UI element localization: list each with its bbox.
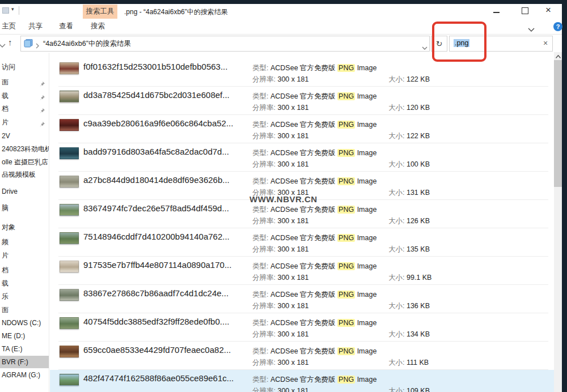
sidebar-item[interactable]: 档 [0, 264, 49, 276]
sidebar-item[interactable]: olle 盗摄巨乳店 [0, 156, 49, 168]
file-name[interactable]: 659cc0ae8533e4429fd707feaec0a82... [83, 345, 231, 355]
file-resolution: 分辨率: 300 x 181 [252, 245, 308, 254]
sidebar-item[interactable]: 片 [0, 249, 49, 262]
sidebar-item[interactable]: NDOWS (C:) [0, 317, 49, 329]
file-name[interactable]: dd3a785425d41d675bc2d031e608ef... [83, 90, 230, 100]
file-type: 类型: ACDSee 官方免费版 PNG Image [252, 120, 376, 130]
desktop-background-top [0, 0, 567, 4]
file-row[interactable]: 917535e7b7ffb44e807114a0890a170... 类型: A… [50, 257, 554, 285]
file-thumbnail[interactable] [60, 91, 79, 103]
pin-icon [39, 92, 45, 102]
sidebar-item[interactable]: 档 [0, 103, 49, 115]
pane-divider [49, 53, 49, 392]
file-thumbnail[interactable] [60, 176, 79, 188]
help-icon[interactable]: ? [553, 22, 562, 31]
sidebar-item[interactable]: 片 [0, 116, 49, 129]
clear-search-icon[interactable]: × [543, 39, 548, 48]
file-row[interactable]: f0f01632f15d253001b510defbb0563... 类型: A… [50, 58, 554, 87]
sidebar-item[interactable]: 面 [0, 76, 49, 88]
navigation-pane: 访问 面 载 档 片 2V 240823科劲电机 olle 盗摄 [0, 53, 49, 392]
file-thumbnail[interactable] [60, 62, 79, 74]
file-name[interactable]: 75148946cddf7d410200b94140a762... [83, 232, 230, 241]
pin-icon [39, 119, 45, 129]
file-name[interactable]: 482f47474f162588f86ae055ce89e61c... [83, 373, 234, 383]
file-name[interactable]: 40754f5ddc3885edf32f9ff28ede0fb0.... [83, 317, 229, 326]
collapse-ribbon-icon[interactable] [528, 24, 535, 34]
tab-home[interactable]: 主页 [2, 19, 16, 34]
file-thumbnail[interactable] [60, 147, 79, 159]
file-name[interactable]: 917535e7b7ffb44e807114a0890a170... [83, 260, 231, 270]
file-row[interactable]: 75148946cddf7d410200b94140a762... 类型: AC… [50, 228, 554, 257]
search-term-highlight: PNG [337, 121, 355, 129]
file-thumbnail[interactable] [60, 261, 79, 272]
sidebar-item[interactable]: TA (E:) [0, 343, 49, 355]
quick-access-toolbar-icon[interactable] [2, 7, 9, 14]
file-size: 大小: 134 KB [388, 330, 430, 339]
maximize-button[interactable] [522, 7, 528, 14]
file-row[interactable]: 83674974fc7dec26e57f8ad54df459d... 类型: A… [50, 200, 554, 228]
sidebar-item-label: 频 [2, 238, 9, 246]
file-name[interactable]: f0f01632f15d253001b510defbb0563... [83, 62, 227, 71]
up-one-level-icon[interactable]: ↑ [8, 37, 12, 47]
sidebar-item[interactable]: 乐 [0, 290, 49, 302]
file-thumbnail[interactable] [60, 232, 79, 244]
search-tools-contextual-tab[interactable]: 搜索工具 [83, 5, 117, 19]
sidebar-item[interactable]: Drive [0, 185, 49, 198]
file-row[interactable]: 40754f5ddc3885edf32f9ff28ede0fb0.... 类型:… [50, 313, 554, 342]
breadcrumb-chevron-icon[interactable] [36, 41, 39, 51]
sidebar-item[interactable]: 对象 [0, 221, 49, 233]
sidebar-item[interactable]: 脑 [0, 202, 49, 214]
tab-view[interactable]: 查看 [59, 19, 73, 34]
sidebar-item[interactable]: 240823科劲电机 [0, 143, 49, 155]
file-thumbnail[interactable] [60, 289, 79, 301]
file-name[interactable]: badd97916d803a64fa5c8a2dac0d7d... [83, 147, 229, 156]
sidebar-item[interactable]: 面 [0, 304, 49, 316]
file-size: 大小: 109 KB [388, 386, 430, 392]
file-type: 类型: ACDSee 官方免费版 PNG Image [252, 177, 376, 186]
sidebar-item[interactable]: 载 [0, 90, 49, 102]
file-resolution: 分辨率: 300 x 181 [252, 160, 308, 169]
file-row[interactable]: dd3a785425d41d675bc2d031e608ef... 类型: AC… [50, 87, 554, 115]
file-row[interactable]: 83867e27868c7b86aadf7c4d1dc24e... 类型: AC… [50, 285, 554, 313]
back-history-chevron-icon[interactable] [0, 40, 6, 50]
file-thumbnail[interactable] [60, 317, 79, 329]
sidebar-item[interactable]: BVR (F:) [0, 356, 49, 368]
watermark-text: WWW.NBVR.CN [249, 194, 318, 204]
sidebar-item[interactable]: 载 [0, 277, 49, 289]
breadcrumb[interactable]: “4a624ai6xb6”中的搜索结果 [43, 39, 131, 49]
file-size: 大小: 120 KB [388, 103, 430, 113]
file-name[interactable]: 83867e27868c7b86aadf7c4d1dc24e... [83, 288, 229, 298]
minimize-button[interactable] [493, 12, 500, 13]
file-row[interactable]: c9aa39eb280616a9f6e066c864cba52... 类型: A… [50, 115, 554, 143]
sidebar-item-label: 载 [2, 279, 9, 287]
close-button[interactable]: × [545, 5, 551, 15]
sidebar-item[interactable]: 频 [0, 236, 49, 248]
search-term-highlight: PNG [337, 376, 355, 384]
file-row[interactable]: 659cc0ae8533e4429fd707feaec0a82... 类型: A… [50, 342, 554, 370]
file-name[interactable]: 83674974fc7dec26e57f8ad54df459d... [83, 203, 229, 213]
sidebar-item[interactable]: 品视频模板 [0, 168, 49, 181]
sidebar-item-label: 面 [2, 78, 9, 86]
sidebar-item[interactable]: AGRAM (G:) [0, 369, 49, 381]
sidebar-item[interactable]: 2V [0, 130, 49, 142]
address-dropdown-icon[interactable] [422, 42, 428, 52]
file-row[interactable]: 482f47474f162588f86ae055ce89e61c... 类型: … [50, 370, 554, 392]
sidebar-item-label: 对象 [2, 223, 15, 231]
file-thumbnail[interactable] [60, 346, 79, 357]
sidebar-item-label: 片 [2, 252, 9, 259]
sidebar-item[interactable]: ME (D:) [0, 330, 49, 342]
quick-access-toolbar-dropdown-icon[interactable]: ▾ [11, 6, 14, 12]
file-row[interactable]: badd97916d803a64fa5c8a2dac0d7d... 类型: AC… [50, 143, 554, 172]
scrollbar-thumb[interactable] [554, 60, 562, 187]
file-thumbnail[interactable] [60, 119, 79, 131]
vertical-scrollbar[interactable] [554, 52, 562, 392]
tab-share[interactable]: 共享 [28, 19, 43, 34]
file-name[interactable]: c9aa39eb280616a9f6e066c864cba52... [83, 118, 233, 128]
file-thumbnail[interactable] [60, 204, 79, 216]
sidebar-item-label: 乐 [2, 292, 9, 300]
file-name[interactable]: a27bc844d9d180414de8df69e3626b... [83, 175, 230, 185]
file-type: 类型: ACDSee 官方免费版 PNG Image [252, 92, 376, 101]
sidebar-item[interactable]: 访问 [0, 61, 49, 73]
file-thumbnail[interactable] [60, 374, 79, 386]
tab-search[interactable]: 搜索 [91, 19, 105, 34]
